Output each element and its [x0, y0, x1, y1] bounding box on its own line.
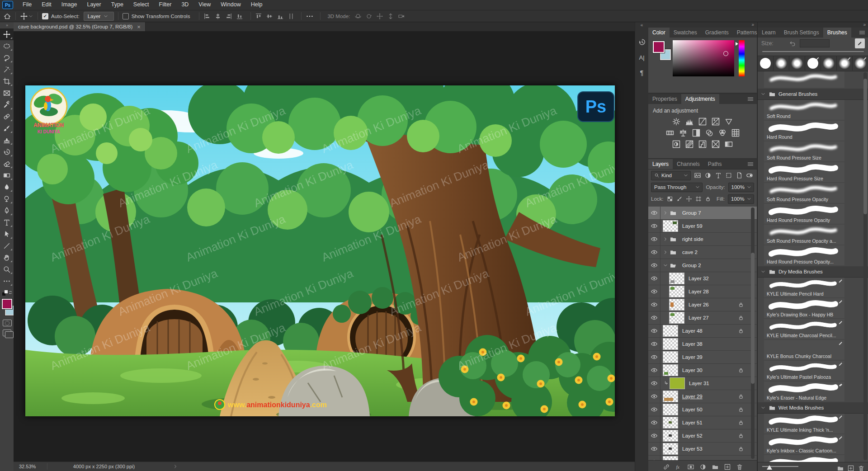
brushes-tab-brushes[interactable]: Brushes [823, 28, 851, 38]
color-lookup-icon[interactable] [731, 128, 740, 137]
3d-pan-icon[interactable] [376, 13, 383, 20]
visibility-eye-icon[interactable] [651, 445, 658, 452]
layer-thumbnail[interactable] [663, 417, 678, 429]
chevron-down-icon[interactable] [760, 91, 766, 97]
document-tab[interactable]: cave background.psd @ 32.5% (Group 7, RG… [14, 22, 146, 31]
layer-thumbnail[interactable] [669, 299, 684, 311]
visibility-eye-icon[interactable] [651, 458, 658, 460]
layer-thumbnail[interactable] [663, 430, 678, 442]
line-tool[interactable] [0, 240, 14, 252]
visibility-eye-icon[interactable] [651, 340, 658, 348]
filter-smart-objects-icon[interactable] [736, 172, 743, 179]
adjustments-tab-adjustments[interactable]: Adjustments [681, 94, 719, 104]
chevron-down-icon[interactable] [663, 263, 668, 268]
color-tab-swatches[interactable]: Swatches [670, 28, 701, 38]
menu-type[interactable]: Type [106, 0, 128, 10]
brush-item[interactable]: Hard Round Pressure Size [764, 162, 844, 183]
more-options-icon[interactable] [306, 12, 314, 20]
filter-shape-layers-icon[interactable] [725, 172, 732, 179]
brush-group-header[interactable]: Dry Media Brushes [758, 266, 868, 278]
hand-tool[interactable] [0, 252, 14, 264]
expand-panels-icon[interactable]: « [635, 22, 648, 28]
history-brush-tool[interactable] [0, 146, 14, 158]
layer-row[interactable]: Layer 39 [648, 351, 757, 364]
layer-name[interactable]: Layer 27 [689, 315, 709, 320]
align-middle-icon[interactable] [266, 13, 273, 20]
align-bottom-icon[interactable] [277, 13, 284, 20]
posterize-icon[interactable] [685, 140, 694, 149]
new-brush-icon[interactable] [847, 465, 854, 471]
auto-select-checkbox[interactable]: ✓ [42, 13, 48, 19]
path-selection-tool[interactable] [0, 228, 14, 240]
color-balance-icon[interactable] [679, 128, 688, 137]
clone-stamp-tool[interactable] [0, 134, 14, 146]
magic-wand-tool[interactable] [0, 64, 14, 75]
brush-group-header[interactable]: General Brushes [758, 89, 868, 100]
brushes-tab-brush-settings[interactable]: Brush Settings [780, 28, 823, 38]
slider-thumb[interactable] [767, 465, 772, 470]
layer-thumbnail[interactable] [663, 325, 678, 337]
menu-image[interactable]: Image [57, 0, 82, 10]
layer-name[interactable]: cave 2 [682, 250, 698, 255]
photo-filter-icon[interactable] [705, 128, 714, 137]
layer-name[interactable]: Layer 48 [682, 328, 703, 334]
levels-icon[interactable] [685, 117, 694, 126]
visibility-eye-icon[interactable] [651, 419, 658, 426]
menu-help[interactable]: Help [246, 0, 268, 10]
layer-row[interactable]: Group 2 [648, 456, 757, 460]
layers-tab-layers[interactable]: Layers [648, 159, 673, 169]
lock-artboard-icon[interactable] [695, 196, 702, 202]
canvas-area[interactable]: Animation Ki DuniyaAnimation Ki DuniyaAn… [14, 31, 635, 462]
filter-toggle-icon[interactable] [746, 172, 753, 179]
black-white-icon[interactable] [692, 128, 701, 137]
show-transform-checkbox[interactable] [123, 13, 129, 19]
visibility-eye-icon[interactable] [651, 327, 658, 334]
layer-row[interactable]: Layer 29 [648, 390, 757, 403]
layer-row[interactable]: Layer 38 [648, 338, 757, 351]
new-group-icon[interactable] [712, 463, 719, 471]
layer-thumbnail[interactable] [669, 286, 684, 297]
history-panel-icon[interactable] [638, 38, 646, 46]
move-tool-preset-icon[interactable] [20, 12, 28, 20]
brush-tool[interactable] [0, 122, 14, 134]
visibility-eye-icon[interactable] [651, 288, 658, 295]
menu-filter[interactable]: Filter [154, 0, 177, 10]
visibility-eye-icon[interactable] [651, 301, 658, 308]
canvas-image[interactable]: Animation Ki DuniyaAnimation Ki DuniyaAn… [25, 85, 615, 416]
3d-slide-icon[interactable] [387, 13, 394, 20]
new-adjustment-layer-icon[interactable] [699, 463, 707, 471]
brightness-contrast-icon[interactable] [672, 117, 681, 126]
crop-tool[interactable] [0, 75, 14, 87]
layer-thumbnail[interactable] [663, 456, 678, 460]
fill-field[interactable]: 100% [728, 194, 754, 204]
layer-thumbnail[interactable] [663, 443, 678, 455]
document-info[interactable]: 4000 px x 2250 px (300 ppi) [47, 463, 160, 470]
layer-row[interactable]: Layer 32 [648, 272, 757, 285]
new-layer-icon[interactable] [724, 463, 731, 471]
visibility-eye-icon[interactable] [651, 236, 658, 243]
layers-tab-paths[interactable]: Paths [704, 159, 726, 169]
lock-transparency-icon[interactable] [667, 196, 673, 202]
layer-thumbnail[interactable] [663, 351, 678, 363]
move-tool[interactable] [0, 28, 14, 40]
layer-name[interactable]: Layer 50 [682, 407, 703, 412]
pen-tool[interactable] [0, 205, 14, 217]
layer-name[interactable]: Group 7 [682, 210, 701, 216]
recent-brush[interactable] [821, 56, 837, 71]
layer-row[interactable]: Layer 28 [648, 285, 757, 298]
brush-size-slider[interactable] [758, 51, 868, 56]
channel-mixer-icon[interactable] [718, 128, 727, 137]
collapse-dock-icon[interactable]: » [648, 22, 757, 28]
chevron-down-icon[interactable] [760, 405, 766, 410]
recent-brush[interactable] [837, 56, 853, 71]
brush-item[interactable]: Soft Round Pressure Opacity [764, 183, 844, 204]
layer-thumbnail[interactable] [669, 273, 684, 284]
brush-item[interactable]: Hard Round Pressure Opacity [764, 204, 844, 225]
align-right-icon[interactable] [225, 13, 232, 20]
brushes-tab-learn[interactable]: Learn [758, 28, 780, 38]
lock-pixels-icon[interactable] [676, 196, 683, 202]
distribute-icon[interactable] [288, 13, 295, 20]
layer-row[interactable]: Layer 48 [648, 325, 757, 338]
healing-brush-tool[interactable] [0, 111, 14, 122]
chevron-down-icon[interactable] [28, 14, 33, 19]
